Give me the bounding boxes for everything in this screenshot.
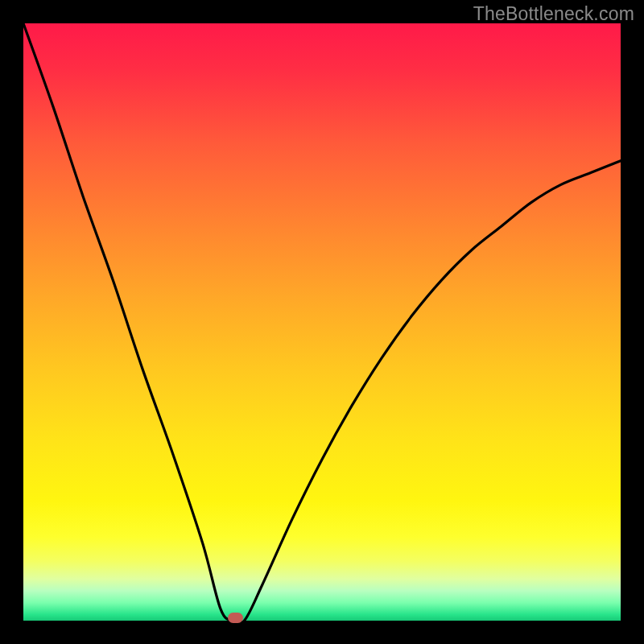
chart-frame: TheBottleneck.com: [0, 0, 644, 644]
watermark-text: TheBottleneck.com: [473, 3, 634, 25]
chart-plot-area: [23, 23, 621, 621]
bottleneck-curve: [23, 23, 621, 621]
optimum-marker: [228, 613, 243, 623]
